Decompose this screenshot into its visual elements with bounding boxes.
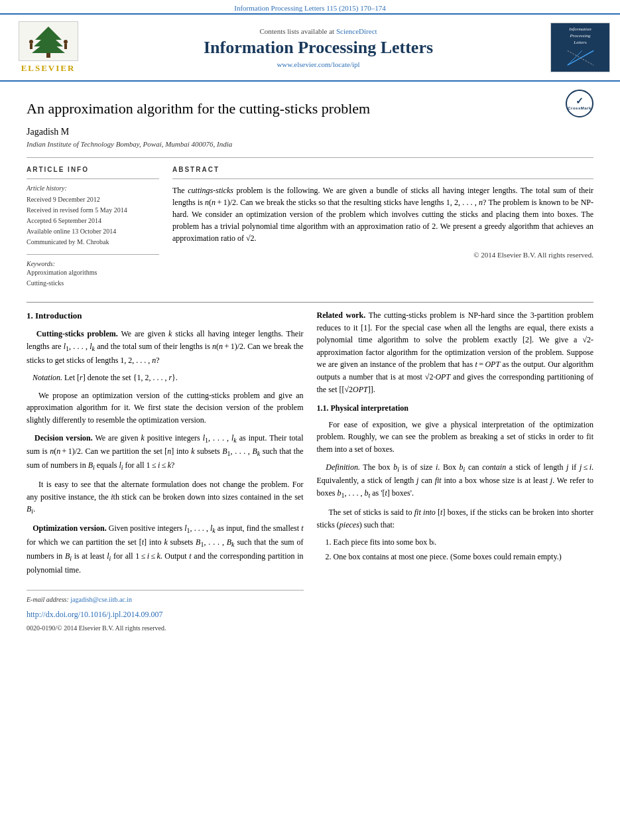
article-body: ARTICLE INFO Article history: Received 9… [27, 157, 593, 289]
elsevier-logo: ELSEVIER [10, 21, 86, 74]
dates-block: Received 9 December 2012 Received in rev… [27, 194, 159, 247]
intro-p1: Cutting-sticks problem. We are given k s… [27, 328, 304, 366]
paper-title: An approximation algorithm for the cutti… [27, 100, 370, 117]
intro-p3: It is easy to see that the alternate for… [27, 478, 304, 517]
email-link[interactable]: jagadish@cse.iitb.ac.in [70, 596, 132, 603]
main-content: An approximation algorithm for the cutti… [0, 82, 620, 646]
right-column: Related work. The cutting-sticks problem… [317, 309, 594, 633]
left-column: 1. Introduction Cutting-sticks problem. … [27, 309, 304, 633]
intro-p2: We propose an optimization version of th… [27, 389, 304, 427]
svg-rect-5 [30, 44, 32, 49]
related-work-p1: Related work. The cutting-sticks problem… [317, 309, 594, 395]
abstract-section: ABSTRACT The cuttings-sticks problem is … [172, 166, 593, 289]
two-column-body: 1. Introduction Cutting-sticks problem. … [27, 302, 593, 633]
intro-decision: Decision version. We are given k positiv… [27, 432, 304, 474]
article-info-heading: ARTICLE INFO [27, 166, 159, 173]
list-item-2: One box contains at most one piece. (Som… [334, 551, 594, 563]
sciencedirect-link[interactable]: ScienceDirect [336, 27, 377, 35]
contents-line: Contents lists available at ScienceDirec… [93, 27, 544, 35]
history-label: Article history: [27, 184, 159, 192]
journal-title-block: Contents lists available at ScienceDirec… [93, 27, 544, 68]
journal-main-title: Information Processing Letters [93, 38, 544, 58]
fit-def-para: The set of sticks is said to fit into [t… [317, 506, 594, 531]
journal-citation: Information Processing Letters 115 (2015… [0, 0, 620, 13]
intro-section-title: 1. Introduction [27, 309, 304, 322]
elsevier-label: ELSEVIER [21, 63, 76, 74]
svg-point-6 [64, 40, 68, 44]
author-name: Jagadish M [27, 127, 593, 137]
svg-point-4 [29, 40, 33, 44]
journal-url[interactable]: www.elsevier.com/locate/ipl [93, 60, 544, 68]
article-info-panel: ARTICLE INFO Article history: Received 9… [27, 166, 159, 289]
journal-logo-right: Information Processing Letters [550, 23, 610, 72]
elsevier-tree-image [19, 21, 78, 61]
svg-rect-7 [64, 44, 67, 49]
footnote-section: E-mail address: jagadish@cse.iitb.ac.in [27, 590, 304, 605]
crossmark-badge[interactable]: ✓ CrossMark [566, 90, 593, 117]
author-affiliation: Indian Institute of Technology Bombay, P… [27, 140, 593, 148]
list-item-1: Each piece fits into some box bᵢ. [334, 536, 594, 548]
definition-para: Definition. The box bi is of size i. Box… [317, 461, 594, 501]
fit-conditions-list: Each piece fits into some box bᵢ. One bo… [334, 536, 594, 563]
keywords-list: Approximation algorithms Cutting-sticks [27, 267, 159, 289]
journal-header: ELSEVIER Contents lists available at Sci… [0, 13, 620, 82]
abstract-heading: ABSTRACT [172, 166, 593, 173]
doi-line: http://dx.doi.org/10.1016/j.ipl.2014.09.… [27, 608, 304, 621]
copyright-line: © 2014 Elsevier B.V. All rights reserved… [172, 251, 593, 259]
intro-notation: Notation. Let [r] denote the set {1, 2, … [27, 372, 304, 384]
keywords-label: Keywords: [27, 260, 159, 267]
intro-optimization: Optimization version. Given positive int… [27, 522, 304, 576]
physical-interp-heading: 1.1. Physical interpretation [317, 402, 594, 415]
abstract-text: The cuttings-sticks problem is the follo… [172, 184, 593, 244]
issn-line: 0020-0190/© 2014 Elsevier B.V. All right… [27, 623, 304, 634]
keywords-section: Keywords: Approximation algorithms Cutti… [27, 260, 159, 289]
physical-p1: For ease of exposition, we give a physic… [317, 419, 594, 456]
email-footnote: E-mail address: jagadish@cse.iitb.ac.in [27, 595, 304, 605]
